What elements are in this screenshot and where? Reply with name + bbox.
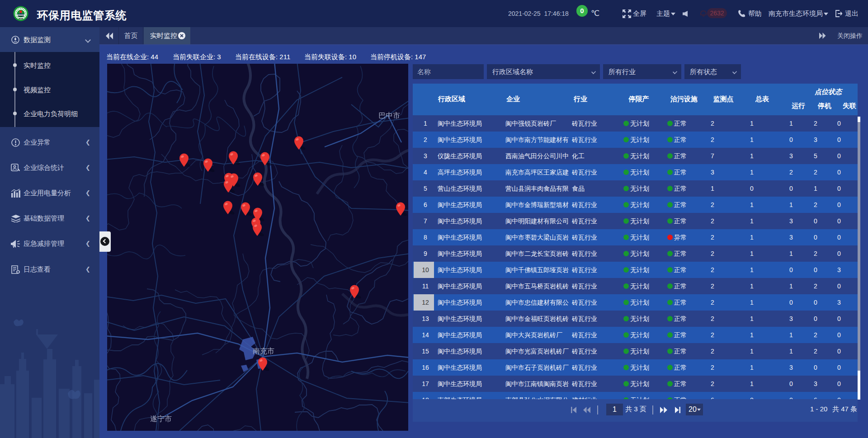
svg-text:遂宁市: 遂宁市: [150, 415, 172, 423]
svg-text:南充市: 南充市: [253, 347, 274, 355]
svg-text:巴中市: 巴中市: [378, 112, 400, 119]
